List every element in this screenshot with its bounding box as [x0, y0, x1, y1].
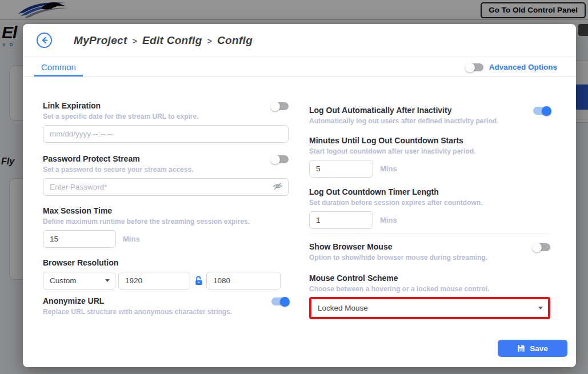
- save-button[interactable]: Save: [498, 340, 567, 357]
- password-protect-label: Password Protect Stream: [43, 154, 140, 164]
- advanced-options-control: Advanced Options: [466, 57, 557, 77]
- breadcrumb-separator: >: [207, 37, 212, 46]
- countdown-length-field: Log Out Countdown Timer Length Set durat…: [309, 187, 550, 229]
- resolution-width-input[interactable]: [118, 272, 190, 289]
- eye-off-icon[interactable]: [273, 182, 283, 192]
- resolution-preset-value: Custom: [50, 276, 77, 285]
- auto-logout-label: Log Out Automatically After Inactivity: [309, 106, 451, 115]
- breadcrumb-config: Config: [217, 34, 253, 47]
- max-session-unit: Mins: [123, 235, 140, 243]
- save-row: Save: [309, 340, 567, 357]
- countdown-length-input[interactable]: [309, 211, 373, 229]
- show-mouse-desc: Option to show/hide browser mouse during…: [309, 254, 550, 262]
- countdown-start-input[interactable]: [309, 160, 373, 178]
- breadcrumb: MyProject > Edit Config > Config: [74, 34, 253, 47]
- tab-common[interactable]: Common: [34, 59, 83, 77]
- browser-resolution-field: Browser Resolution Custom: [43, 258, 289, 289]
- modal-header: MyProject > Edit Config > Config: [23, 24, 576, 57]
- show-mouse-toggle[interactable]: [533, 243, 550, 251]
- link-expiration-toggle[interactable]: [271, 102, 289, 110]
- form-column-left: Link Expiration Set a specific date for …: [43, 77, 289, 357]
- form-column-right: Log Out Automatically After Inactivity A…: [309, 77, 550, 357]
- max-session-input[interactable]: [43, 230, 116, 248]
- floppy-disk-icon: [517, 344, 525, 352]
- edit-config-modal: MyProject > Edit Config > Config Common …: [23, 24, 576, 367]
- back-button[interactable]: [37, 33, 52, 48]
- toggle-knob: [280, 297, 290, 307]
- countdown-length-unit: Mins: [380, 216, 397, 224]
- mouse-scheme-desc: Choose between a hovering or a locked mo…: [309, 285, 550, 293]
- mouse-scheme-select[interactable]: Locked Mouse: [311, 299, 548, 317]
- link-expiration-date-input[interactable]: [43, 125, 289, 143]
- link-expiration-field: Link Expiration Set a specific date for …: [43, 101, 289, 143]
- max-session-desc: Define maximum runtime before the stream…: [43, 218, 289, 226]
- password-input[interactable]: [43, 178, 289, 196]
- anonymize-url-desc: Replace URL structure with anonymous cha…: [43, 308, 289, 316]
- max-session-label: Max Session Time: [43, 206, 289, 216]
- auto-logout-desc: Automatically log out users after define…: [309, 117, 550, 126]
- countdown-length-label: Log Out Countdown Timer Length: [309, 187, 550, 197]
- countdown-start-field: Minutes Until Log Out Countdown Starts S…: [309, 136, 550, 178]
- section-divider: [309, 234, 550, 234]
- password-protect-toggle[interactable]: [271, 155, 289, 163]
- advanced-options-toggle[interactable]: [466, 63, 483, 71]
- toggle-knob: [270, 102, 280, 111]
- resolution-preset-select[interactable]: Custom: [43, 272, 115, 289]
- caret-down-icon: [538, 307, 543, 309]
- mouse-scheme-value: Locked Mouse: [318, 304, 368, 312]
- countdown-length-desc: Set duration before session expires afte…: [309, 199, 550, 207]
- password-protect-desc: Set a password to secure your stream acc…: [43, 166, 289, 174]
- link-expiration-label: Link Expiration: [43, 101, 101, 111]
- anonymize-url-toggle[interactable]: [271, 297, 289, 305]
- config-form: Link Expiration Set a specific date for …: [23, 77, 576, 357]
- breadcrumb-project[interactable]: MyProject: [74, 34, 127, 47]
- anonymize-url-label: Anonymize URL: [43, 296, 104, 306]
- countdown-start-label: Minutes Until Log Out Countdown Starts: [309, 136, 550, 146]
- resolution-height-input[interactable]: [206, 272, 281, 289]
- show-mouse-label: Show Browser Mouse: [309, 242, 392, 252]
- breadcrumb-edit-config[interactable]: Edit Config: [142, 34, 202, 47]
- save-button-label: Save: [530, 344, 548, 353]
- advanced-options-label: Advanced Options: [489, 63, 557, 71]
- link-expiration-desc: Set a specific date for the stream URL t…: [43, 112, 289, 121]
- mouse-scheme-label: Mouse Control Scheme: [309, 274, 550, 283]
- toggle-knob: [465, 63, 475, 73]
- toggle-knob: [532, 243, 542, 252]
- max-session-field: Max Session Time Define maximum runtime …: [43, 206, 289, 248]
- show-mouse-field: Show Browser Mouse Option to show/hide b…: [309, 242, 550, 262]
- browser-resolution-label: Browser Resolution: [43, 258, 289, 268]
- arrow-left-icon: [40, 36, 49, 45]
- countdown-start-unit: Mins: [380, 164, 397, 173]
- lock-open-icon[interactable]: [195, 276, 203, 285]
- annotation-highlight-box: Locked Mouse: [309, 297, 550, 319]
- toggle-knob: [270, 155, 280, 164]
- countdown-start-desc: Start logout countdown after user inacti…: [309, 147, 550, 156]
- password-protect-field: Password Protect Stream Set a password t…: [43, 154, 289, 196]
- tab-bar: Common Advanced Options: [23, 57, 576, 77]
- toggle-knob: [542, 106, 551, 116]
- anonymize-url-field: Anonymize URL Replace URL structure with…: [43, 296, 289, 316]
- auto-logout-toggle[interactable]: [533, 107, 550, 115]
- caret-down-icon: [105, 279, 110, 282]
- mouse-scheme-field: Mouse Control Scheme Choose between a ho…: [309, 274, 550, 319]
- auto-logout-field: Log Out Automatically After Inactivity A…: [309, 106, 550, 126]
- breadcrumb-separator: >: [133, 37, 137, 46]
